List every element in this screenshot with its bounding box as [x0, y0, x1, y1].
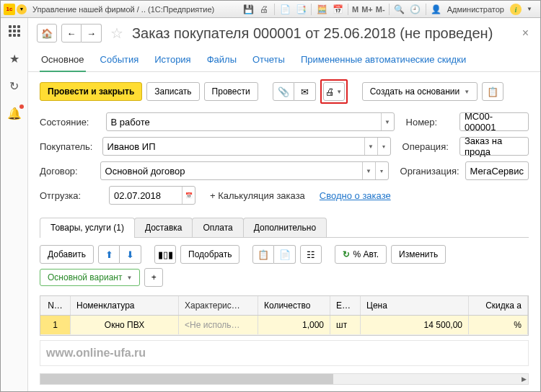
post-button[interactable]: Провести — [204, 82, 258, 101]
dropdown-arrow-icon[interactable]: ▼ — [364, 138, 377, 155]
number-input[interactable]: МС00-000001 — [459, 112, 529, 131]
number-value: МС00-000001 — [465, 111, 524, 133]
open-ref-icon[interactable]: ▾ — [377, 138, 390, 155]
dropdown-arrow-icon[interactable]: ▼ — [381, 113, 394, 130]
notification-dot-icon — [19, 104, 24, 109]
ship-date-input[interactable]: 02.07.2018 📅 — [109, 186, 195, 205]
col-qty[interactable]: Количество — [258, 296, 330, 315]
contract-input[interactable]: Основной договор ▼ ▾ — [100, 161, 389, 180]
save-icon[interactable]: 💾 — [241, 3, 255, 16]
dropdown-arrow-icon[interactable]: ▼ — [362, 162, 375, 179]
change-button[interactable]: Изменить — [391, 245, 446, 264]
calendar-picker-icon[interactable]: 📅 — [182, 187, 195, 204]
app-menu-dropdown[interactable]: ▼ — [17, 4, 27, 14]
memory-m[interactable]: M — [351, 5, 360, 14]
create-based-button[interactable]: Создать на основании▼ — [362, 82, 478, 101]
tab-history[interactable]: История — [153, 50, 192, 71]
scrollbar-thumb[interactable] — [40, 374, 333, 384]
system-bar: 1c ▼ Управление нашей фирмой / .. (1С:Пр… — [1, 1, 540, 18]
table-row[interactable]: 1 Окно ПВХ <Не исполь… 1,000 шт 14 500,0… — [40, 316, 528, 335]
add-row-button[interactable]: Добавить — [40, 245, 94, 264]
report-icon[interactable]: 📋 — [482, 82, 503, 101]
org-label: Организация: — [400, 166, 459, 177]
operation-value: Заказ на прода — [465, 135, 524, 157]
back-button[interactable]: ← — [61, 24, 82, 43]
goods-table: N… Номенклатура Характерис… Количество Е… — [40, 295, 529, 336]
contract-label: Договор: — [40, 166, 94, 177]
org-input[interactable]: МегаСервис — [465, 161, 529, 180]
list-settings-icon[interactable]: ☷ — [300, 245, 322, 264]
subtab-extra[interactable]: Дополнительно — [243, 218, 327, 237]
attach-icon[interactable]: 📎 — [273, 82, 294, 101]
operation-input[interactable]: Заказ на прода — [459, 137, 529, 156]
move-down-icon[interactable]: ⬇ — [120, 245, 141, 264]
close-button[interactable]: × — [519, 27, 532, 40]
variant-selector[interactable]: Основной вариант▼ — [40, 269, 140, 286]
star-icon[interactable]: ☆ — [110, 24, 123, 42]
state-input[interactable]: В работе ▼ — [106, 112, 395, 131]
cell-disc: % — [469, 316, 528, 334]
col-char[interactable]: Характерис… — [179, 296, 258, 315]
tab-discounts[interactable]: Примененные автоматические скидки — [299, 50, 467, 71]
cell-n: 1 — [40, 316, 71, 334]
cell-price: 14 500,00 — [361, 316, 469, 334]
operation-label: Операция: — [403, 141, 454, 152]
add-variant-button[interactable]: + — [144, 268, 163, 287]
tab-events[interactable]: События — [99, 50, 141, 71]
history-icon[interactable]: ↻ — [7, 79, 22, 93]
buyer-label: Покупатель: — [40, 141, 97, 152]
col-nom[interactable]: Номенклатура — [71, 296, 179, 315]
print-icon[interactable]: 🖨 — [257, 3, 271, 16]
subtab-goods[interactable]: Товары, услуги (1) — [40, 218, 135, 237]
tab-main[interactable]: Основное — [40, 50, 86, 72]
move-up-icon[interactable]: ⬆ — [98, 245, 120, 264]
subtab-delivery[interactable]: Доставка — [134, 218, 193, 237]
notifications-icon[interactable]: 🔔 — [7, 106, 22, 120]
paste-icon[interactable]: 📄 — [274, 245, 296, 264]
buyer-value: Иванов ИП — [107, 141, 156, 152]
document-title: Заказ покупателя 000001 от 25.06.2018 (н… — [132, 25, 515, 42]
post-and-close-button[interactable]: Провести и закрыть — [40, 82, 142, 101]
pick-button[interactable]: Подобрать — [180, 245, 239, 264]
copy-icon[interactable]: 📋 — [252, 245, 274, 264]
home-button[interactable]: 🏠 — [37, 24, 57, 43]
info-icon[interactable]: i — [510, 4, 522, 15]
doc-icon[interactable]: 📄 — [278, 3, 292, 16]
state-label: Состояние: — [40, 117, 100, 128]
forward-button[interactable]: → — [82, 24, 102, 43]
more-dropdown[interactable]: ▼ — [522, 3, 537, 16]
save-button[interactable]: Записать — [146, 82, 199, 101]
user-name[interactable]: Администратор — [444, 5, 507, 14]
calendar-icon[interactable]: 📅 — [330, 3, 345, 16]
horizontal-scrollbar[interactable]: ◀ ▶ — [40, 373, 529, 385]
clock-icon[interactable]: 🕘 — [408, 3, 423, 16]
mail-icon[interactable]: ✉ — [294, 82, 316, 101]
subtab-payment[interactable]: Оплата — [192, 218, 243, 237]
tab-reports[interactable]: Отчеты — [251, 50, 286, 71]
summary-link[interactable]: Сводно о заказе — [320, 190, 391, 201]
calc-link[interactable]: + Калькуляция заказа — [210, 190, 305, 201]
cell-char: <Не исполь… — [179, 316, 258, 334]
zoom-icon[interactable]: 🔍 — [392, 3, 407, 16]
print-highlight: 🖨▼ — [320, 79, 348, 104]
tab-nav: Основное События История Файлы Отчеты Пр… — [28, 47, 540, 72]
col-n[interactable]: N… — [40, 296, 71, 315]
tab-files[interactable]: Файлы — [206, 50, 238, 71]
memory-mminus[interactable]: M- — [374, 5, 387, 14]
col-price[interactable]: Цена — [361, 296, 469, 315]
auto-discount-button[interactable]: ↻ % Авт. — [335, 245, 387, 264]
col-disc[interactable]: Скидка а — [469, 296, 528, 315]
buyer-input[interactable]: Иванов ИП ▼ ▾ — [102, 137, 391, 156]
cell-unit: шт — [330, 316, 361, 334]
favorites-icon[interactable]: ★ — [7, 51, 22, 66]
calculator-icon[interactable]: 🧮 — [315, 3, 329, 16]
memory-mplus[interactable]: M+ — [360, 5, 374, 14]
table-header: N… Номенклатура Характерис… Количество Е… — [40, 296, 528, 316]
barcode-icon[interactable]: ▮▯▮ — [154, 245, 176, 264]
sections-icon[interactable] — [7, 24, 22, 38]
open-ref-icon[interactable]: ▾ — [375, 162, 388, 179]
print-dropdown-button[interactable]: 🖨▼ — [323, 82, 345, 101]
scroll-right-icon[interactable]: ▶ — [522, 374, 527, 384]
compare-icon[interactable]: 📑 — [294, 3, 308, 16]
col-unit[interactable]: Е… — [330, 296, 361, 315]
